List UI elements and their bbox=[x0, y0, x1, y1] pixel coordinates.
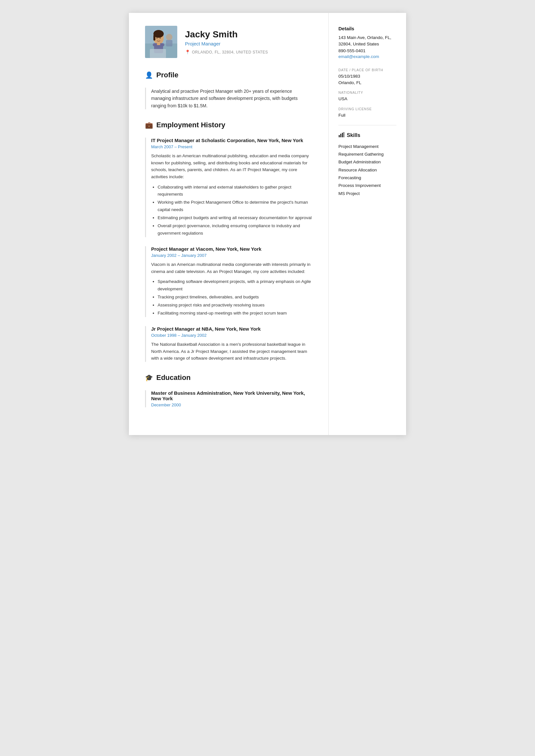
bullet-item: Collaborating with internal and external… bbox=[157, 184, 312, 199]
location-icon: 📍 bbox=[185, 50, 190, 54]
sidebar-driving: Full bbox=[338, 112, 396, 119]
avatar bbox=[145, 26, 177, 58]
bullet-item: Overall project governance, including en… bbox=[157, 222, 312, 237]
svg-point-10 bbox=[166, 34, 172, 40]
bullet-item: Estimating project budgets and writing a… bbox=[157, 214, 312, 222]
profile-section: 👤 Profile Analytical and proactive Proje… bbox=[145, 71, 312, 109]
employment-section: 💼 Employment History IT Project Manager … bbox=[145, 121, 312, 362]
sidebar-column: Details 143 Main Ave, Orlando, FL, 32804… bbox=[329, 13, 406, 435]
dob-label: DATE / PLACE OF BIRTH bbox=[338, 68, 396, 72]
edu-dates-1: December 2000 bbox=[151, 403, 312, 407]
employment-icon: 💼 bbox=[145, 121, 153, 129]
job-title-2: Project Manager at Viacom, New York, New… bbox=[151, 246, 312, 252]
sidebar-email[interactable]: email@example.com bbox=[338, 54, 396, 59]
job-bullets-1: Collaborating with internal and external… bbox=[151, 184, 312, 238]
svg-rect-15 bbox=[342, 133, 343, 137]
sidebar-dob-place: Orlando, FL bbox=[338, 80, 396, 86]
bullet-item: Working with the Project Management Offi… bbox=[157, 199, 312, 214]
svg-rect-11 bbox=[166, 40, 172, 46]
sidebar-dob: 05/10/1983 bbox=[338, 73, 396, 80]
main-column: Jacky Smith Project Manager 📍 ORLANDO, F… bbox=[129, 13, 329, 435]
svg-rect-12 bbox=[150, 49, 166, 58]
svg-rect-7 bbox=[157, 42, 160, 45]
profile-text: Analytical and proactive Project Manager… bbox=[145, 88, 312, 109]
job-dates-3: October 1998 – January 2002 bbox=[151, 333, 312, 338]
details-section: Details 143 Main Ave, Orlando, FL, 32804… bbox=[338, 26, 396, 59]
nationality-label: NATIONALITY bbox=[338, 91, 396, 95]
job-desc-3: The National Basketball Association is a… bbox=[151, 341, 312, 362]
svg-point-8 bbox=[156, 37, 157, 39]
job-dates-1: March 2007 – Present bbox=[151, 144, 312, 149]
header-section: Jacky Smith Project Manager 📍 ORLANDO, F… bbox=[145, 26, 312, 58]
job-bullets-2: Spearheading software development projec… bbox=[151, 278, 312, 317]
sidebar-nationality: USA bbox=[338, 96, 396, 102]
skill-4: Resource Allocation bbox=[338, 166, 396, 174]
skill-5: Forecasting bbox=[338, 174, 396, 182]
header-info: Jacky Smith Project Manager 📍 ORLANDO, F… bbox=[185, 29, 312, 54]
svg-point-9 bbox=[159, 37, 161, 39]
svg-rect-4 bbox=[154, 35, 155, 41]
education-icon: 🎓 bbox=[145, 374, 153, 381]
job-entry-2: Project Manager at Viacom, New York, New… bbox=[145, 246, 312, 317]
education-section-title: 🎓 Education bbox=[145, 374, 312, 384]
bullet-item: Spearheading software development projec… bbox=[157, 278, 312, 293]
job-title-3: Jr Project Manager at NBA, New York, New… bbox=[151, 326, 312, 332]
skills-section: Skills Project Management Requirement Ga… bbox=[338, 132, 396, 198]
svg-rect-14 bbox=[340, 134, 341, 137]
education-section: 🎓 Education Master of Business Administr… bbox=[145, 374, 312, 407]
job-dates-2: January 2002 – January 2007 bbox=[151, 253, 312, 258]
resume-container: Jacky Smith Project Manager 📍 ORLANDO, F… bbox=[129, 13, 406, 435]
skill-1: Project Management bbox=[338, 143, 396, 151]
sidebar-address: 143 Main Ave, Orlando, FL, 32804, United… bbox=[338, 35, 396, 48]
skill-2: Requirement Gathering bbox=[338, 151, 396, 158]
edu-degree-1: Master of Business Administration, New Y… bbox=[151, 390, 312, 401]
skills-title: Skills bbox=[338, 132, 396, 139]
bullet-item: Assessing project risks and proactively … bbox=[157, 302, 312, 309]
job-entry-3: Jr Project Manager at NBA, New York, New… bbox=[145, 326, 312, 362]
sidebar-phone: 890-555-0401 bbox=[338, 48, 396, 54]
job-title-1: IT Project Manager at Scholastic Corpora… bbox=[151, 138, 312, 143]
employment-section-title: 💼 Employment History bbox=[145, 121, 312, 131]
driving-label: DRIVING LICENSE bbox=[338, 107, 396, 111]
svg-rect-13 bbox=[339, 135, 340, 137]
candidate-title: Project Manager bbox=[185, 41, 312, 46]
skill-6: Process Improvement bbox=[338, 182, 396, 189]
edu-entry-1: Master of Business Administration, New Y… bbox=[145, 390, 312, 407]
job-desc-2: Viacom is an American multinational medi… bbox=[151, 261, 312, 275]
skills-icon bbox=[338, 132, 344, 139]
candidate-location: 📍 ORLANDO, FL, 32804, UNITED STATES bbox=[185, 50, 312, 54]
skill-7: MS Project bbox=[338, 190, 396, 198]
skill-3: Budget Administration bbox=[338, 158, 396, 166]
job-desc-1: Scholastic is an American multinational … bbox=[151, 153, 312, 180]
bullet-item: Tracking project timelines, deliverables… bbox=[157, 294, 312, 301]
candidate-name: Jacky Smith bbox=[185, 29, 312, 40]
profile-icon: 👤 bbox=[145, 71, 153, 79]
profile-section-title: 👤 Profile bbox=[145, 71, 312, 81]
sidebar-divider bbox=[338, 125, 396, 126]
bullet-item: Facilitating morning stand-up meetings w… bbox=[157, 310, 312, 317]
resume-body: Jacky Smith Project Manager 📍 ORLANDO, F… bbox=[129, 13, 406, 435]
job-entry-1: IT Project Manager at Scholastic Corpora… bbox=[145, 138, 312, 237]
details-heading: Details bbox=[338, 26, 396, 31]
svg-rect-16 bbox=[344, 132, 344, 137]
